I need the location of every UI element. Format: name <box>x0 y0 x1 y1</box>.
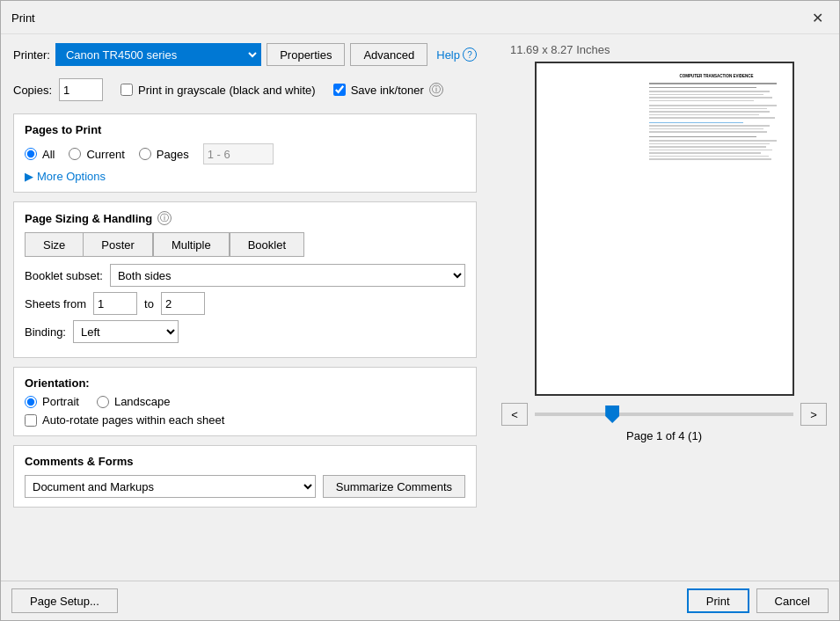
preview-line-15 <box>649 140 777 142</box>
portrait-radio[interactable] <box>25 396 37 408</box>
sheets-from-input[interactable] <box>93 292 137 315</box>
orientation-radios: Portrait Landscape <box>25 395 465 408</box>
main-content: Printer: Canon TR4500 series Properties … <box>1 34 839 581</box>
booklet-subset-select[interactable]: Both sides Front side only Back side onl… <box>110 264 465 287</box>
title-bar: Print ✕ <box>1 1 839 34</box>
grayscale-label[interactable]: Print in grayscale (black and white) <box>138 84 316 97</box>
preview-line-14 <box>649 131 767 133</box>
preview-line-2 <box>649 87 756 89</box>
preview-document-content: COMPUTER TRANSACTION EVIDENCE <box>644 67 788 391</box>
preview-line-10 <box>649 114 759 116</box>
multiple-button[interactable]: Multiple <box>153 232 230 257</box>
save-ink-label[interactable]: Save ink/toner <box>351 84 424 97</box>
landscape-radio[interactable] <box>97 396 109 408</box>
preview-line-12 <box>649 125 770 127</box>
binding-label: Binding: <box>25 325 66 339</box>
pages-label[interactable]: Pages <box>157 148 189 161</box>
save-ink-checkbox-row: Save ink/toner ⓘ <box>333 83 443 97</box>
close-button[interactable]: ✕ <box>807 8 829 28</box>
preview-line-6 <box>649 100 754 102</box>
next-page-button[interactable]: > <box>800 403 827 426</box>
pages-range-input[interactable] <box>203 143 274 164</box>
page-setup-button[interactable]: Page Setup... <box>11 588 118 613</box>
footer-bar: Page Setup... Print Cancel <box>1 581 839 620</box>
sheets-to-label: to <box>144 297 154 310</box>
prev-page-button[interactable]: < <box>501 403 528 426</box>
current-label[interactable]: Current <box>86 148 124 161</box>
preview-doc-title: COMPUTER TRANSACTION EVIDENCE <box>649 74 783 79</box>
auto-rotate-row: Auto-rotate pages within each sheet <box>25 413 465 427</box>
printer-label: Printer: <box>13 48 50 62</box>
printer-select-container: Canon TR4500 series <box>55 43 261 66</box>
preview-page: COMPUTER TRANSACTION EVIDENCE <box>537 63 793 394</box>
preview-container: COMPUTER TRANSACTION EVIDENCE <box>535 62 794 396</box>
comments-forms-section: Comments & Forms Document and Markups Do… <box>13 445 477 508</box>
current-radio-row: Current <box>69 148 124 161</box>
print-button[interactable]: Print <box>687 588 749 613</box>
pages-options-row: All Current Pages <box>25 143 465 164</box>
preview-line-16 <box>649 143 770 145</box>
preview-line-17 <box>649 146 765 148</box>
preview-line-19 <box>649 152 760 154</box>
pages-to-print-section: Pages to Print All Current Pages <box>13 113 477 193</box>
orientation-section: Orientation: Portrait Landscape Auto-rot… <box>13 367 477 436</box>
cancel-button[interactable]: Cancel <box>756 588 829 613</box>
more-options-arrow: ▶ <box>25 170 33 183</box>
grayscale-checkbox[interactable] <box>121 84 133 96</box>
all-label[interactable]: All <box>42 148 55 161</box>
booklet-button[interactable]: Booklet <box>230 232 304 257</box>
help-icon: ? <box>463 47 477 62</box>
more-options-label: More Options <box>37 170 106 183</box>
properties-button[interactable]: Properties <box>267 43 345 66</box>
preview-size-text: 11.69 x 8.27 Inches <box>510 43 610 56</box>
poster-button[interactable]: Poster <box>83 232 153 257</box>
preview-line-13 <box>649 128 763 130</box>
preview-subheading <box>649 136 756 138</box>
left-panel: Printer: Canon TR4500 series Properties … <box>1 34 489 581</box>
page-sizing-title-row: Page Sizing & Handling ⓘ <box>25 211 465 225</box>
printer-row: Printer: Canon TR4500 series Properties … <box>13 43 477 66</box>
help-link[interactable]: Help ? <box>436 47 477 62</box>
copies-input[interactable] <box>59 78 103 101</box>
pages-radio-row: Pages <box>139 148 189 161</box>
page-sizing-title: Page Sizing & Handling <box>25 212 152 225</box>
all-radio[interactable] <box>25 148 37 160</box>
save-ink-info-icon[interactable]: ⓘ <box>429 83 443 97</box>
preview-line-5 <box>649 97 772 99</box>
portrait-label[interactable]: Portrait <box>42 395 79 408</box>
advanced-button[interactable]: Advanced <box>350 43 427 66</box>
landscape-label[interactable]: Landscape <box>114 395 171 408</box>
binding-select[interactable]: Left Right Top <box>73 320 179 343</box>
preview-line-9 <box>649 111 770 113</box>
size-buttons-row: Size Poster Multiple Booklet <box>25 232 465 257</box>
page-sizing-info-icon[interactable]: ⓘ <box>157 211 172 225</box>
size-button[interactable]: Size <box>25 232 83 257</box>
sheets-from-label: Sheets from <box>25 297 86 310</box>
landscape-radio-row: Landscape <box>97 395 171 408</box>
binding-row: Binding: Left Right Top <box>25 320 465 343</box>
copies-field: Copies: <box>13 78 103 101</box>
preview-line-18 <box>649 150 772 151</box>
auto-rotate-label[interactable]: Auto-rotate pages within each sheet <box>42 413 224 427</box>
comments-select[interactable]: Document and Markups Document Form field… <box>25 475 316 498</box>
page-navigation-row: < > <box>501 403 827 426</box>
auto-rotate-checkbox[interactable] <box>25 414 37 427</box>
preview-line-4 <box>649 94 763 96</box>
sheets-to-input[interactable] <box>161 292 205 315</box>
right-panel: 11.69 x 8.27 Inches COMPUTER TRANSACTION… <box>489 34 839 581</box>
page-slider-thumb[interactable] <box>605 405 619 423</box>
more-options-toggle[interactable]: ▶ More Options <box>25 170 465 183</box>
booklet-subset-label: Booklet subset: <box>25 269 103 282</box>
save-ink-checkbox[interactable] <box>333 84 346 96</box>
pages-to-print-title: Pages to Print <box>25 123 465 136</box>
comments-row: Document and Markups Document Form field… <box>25 475 465 498</box>
preview-line-8 <box>649 108 767 110</box>
preview-line-7 <box>649 105 777 106</box>
page-sizing-section: Page Sizing & Handling ⓘ Size Poster Mul… <box>13 201 477 358</box>
current-radio[interactable] <box>69 148 81 160</box>
pages-radio[interactable] <box>139 148 151 160</box>
print-dialog: Print ✕ Printer: Canon TR4500 series Pro… <box>0 0 840 621</box>
page-slider-track <box>535 413 793 416</box>
printer-select[interactable]: Canon TR4500 series <box>55 43 261 66</box>
summarize-comments-button[interactable]: Summarize Comments <box>323 475 465 498</box>
